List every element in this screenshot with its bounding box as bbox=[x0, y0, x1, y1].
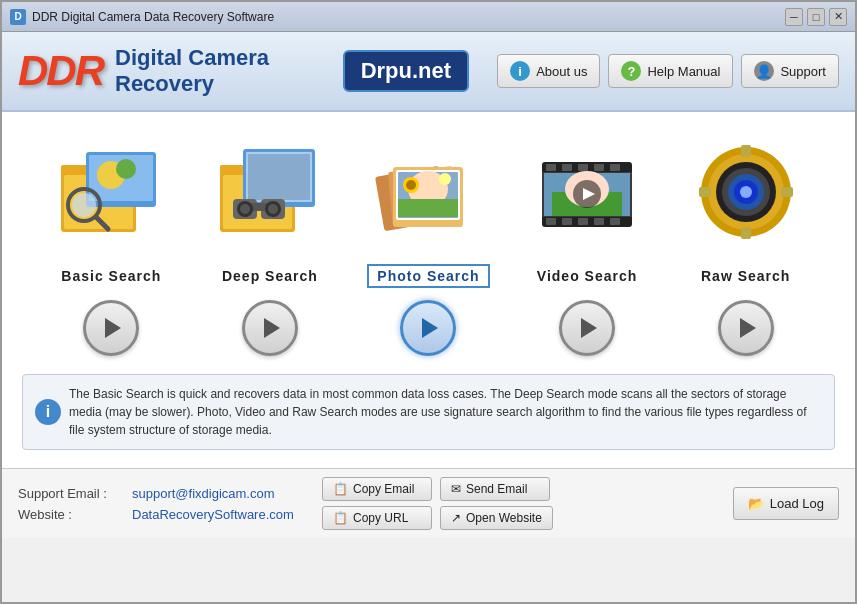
svg-point-6 bbox=[116, 159, 136, 179]
play-icon bbox=[581, 318, 597, 338]
info-icon: i bbox=[35, 399, 61, 425]
about-us-button[interactable]: i About us bbox=[497, 54, 600, 88]
photo-search-icon bbox=[373, 137, 483, 247]
raw-search-item[interactable]: Raw Search bbox=[676, 132, 816, 356]
raw-search-label: Raw Search bbox=[691, 264, 800, 288]
email-buttons-row: 📋 Copy Email ✉ Send Email bbox=[322, 477, 553, 501]
photo-search-play-button[interactable] bbox=[400, 300, 456, 356]
main-content: Basic Search bbox=[2, 112, 855, 468]
title-bar: D DDR Digital Camera Data Recovery Softw… bbox=[2, 2, 855, 32]
search-options: Basic Search bbox=[12, 132, 845, 356]
svg-rect-15 bbox=[248, 154, 310, 200]
raw-search-icon-area bbox=[686, 132, 806, 252]
support-email-link[interactable]: support@fixdigicam.com bbox=[132, 486, 302, 501]
copy-icon: 📋 bbox=[333, 482, 348, 496]
svg-rect-37 bbox=[578, 164, 588, 171]
support-icon: 👤 bbox=[754, 61, 774, 81]
footer-action-buttons: 📋 Copy Email ✉ Send Email 📋 Copy URL ↗ O… bbox=[322, 477, 553, 530]
video-search-icon bbox=[532, 137, 642, 247]
send-icon: ✉ bbox=[451, 482, 461, 496]
svg-rect-42 bbox=[578, 218, 588, 225]
footer-links: Support Email : support@fixdigicam.com W… bbox=[18, 486, 302, 522]
deep-search-icon-area bbox=[210, 132, 330, 252]
help-manual-button[interactable]: ? Help Manual bbox=[608, 54, 733, 88]
header: DDR Digital Camera Recovery Drpu.net i A… bbox=[2, 32, 855, 112]
basic-search-icon-area bbox=[51, 132, 171, 252]
website-row: Website : DataRecoverySoftware.com bbox=[18, 507, 302, 522]
help-icon: ? bbox=[621, 61, 641, 81]
play-icon bbox=[264, 318, 280, 338]
svg-point-56 bbox=[740, 186, 752, 198]
svg-point-32 bbox=[406, 180, 416, 190]
svg-point-30 bbox=[439, 173, 451, 185]
svg-rect-35 bbox=[546, 164, 556, 171]
svg-point-22 bbox=[268, 204, 278, 214]
video-search-label: Video Search bbox=[527, 264, 647, 288]
svg-rect-60 bbox=[741, 227, 751, 239]
support-email-label: Support Email : bbox=[18, 486, 128, 501]
logo-ddr: DDR bbox=[18, 47, 103, 95]
svg-rect-36 bbox=[562, 164, 572, 171]
load-log-icon: 📂 bbox=[748, 496, 764, 511]
send-email-button[interactable]: ✉ Send Email bbox=[440, 477, 550, 501]
minimize-button[interactable]: ─ bbox=[785, 8, 803, 26]
copy-email-button[interactable]: 📋 Copy Email bbox=[322, 477, 432, 501]
copy-url-icon: 📋 bbox=[333, 511, 348, 525]
svg-rect-57 bbox=[699, 187, 711, 197]
website-link[interactable]: DataRecoverySoftware.com bbox=[132, 507, 302, 522]
video-search-play-button[interactable] bbox=[559, 300, 615, 356]
header-right: Drpu.net i About us ? Help Manual 👤 Supp… bbox=[343, 50, 839, 92]
logo-text: Digital Camera Recovery bbox=[115, 45, 343, 97]
website-label: Website : bbox=[18, 507, 128, 522]
info-bar: i The Basic Search is quick and recovers… bbox=[22, 374, 835, 450]
photo-search-label: Photo Search bbox=[367, 264, 489, 288]
support-button[interactable]: 👤 Support bbox=[741, 54, 839, 88]
load-log-button[interactable]: 📂 Load Log bbox=[733, 487, 839, 520]
svg-rect-29 bbox=[398, 199, 458, 217]
copy-url-button[interactable]: 📋 Copy URL bbox=[322, 506, 432, 530]
play-icon bbox=[740, 318, 756, 338]
url-buttons-row: 📋 Copy URL ↗ Open Website bbox=[322, 506, 553, 530]
info-text: The Basic Search is quick and recovers d… bbox=[69, 387, 807, 437]
app-icon: D bbox=[10, 9, 26, 25]
photo-search-item[interactable]: Photo Search bbox=[358, 132, 498, 356]
deep-search-item[interactable]: Deep Search bbox=[200, 132, 340, 356]
svg-rect-43 bbox=[594, 218, 604, 225]
basic-search-item[interactable]: Basic Search bbox=[41, 132, 181, 356]
close-button[interactable]: ✕ bbox=[829, 8, 847, 26]
svg-rect-59 bbox=[741, 145, 751, 157]
basic-search-icon bbox=[56, 137, 166, 247]
deep-search-label: Deep Search bbox=[212, 264, 328, 288]
window-controls: ─ □ ✕ bbox=[785, 8, 847, 26]
basic-search-label: Basic Search bbox=[51, 264, 171, 288]
svg-rect-41 bbox=[562, 218, 572, 225]
svg-rect-38 bbox=[594, 164, 604, 171]
basic-search-play-button[interactable] bbox=[83, 300, 139, 356]
deep-search-play-button[interactable] bbox=[242, 300, 298, 356]
video-search-item[interactable]: Video Search bbox=[517, 132, 657, 356]
open-website-button[interactable]: ↗ Open Website bbox=[440, 506, 553, 530]
raw-search-play-button[interactable] bbox=[718, 300, 774, 356]
play-icon bbox=[422, 318, 438, 338]
support-email-row: Support Email : support@fixdigicam.com bbox=[18, 486, 302, 501]
drpu-badge[interactable]: Drpu.net bbox=[343, 50, 469, 92]
footer: Support Email : support@fixdigicam.com W… bbox=[2, 468, 855, 538]
photo-search-icon-area bbox=[368, 132, 488, 252]
svg-rect-44 bbox=[610, 218, 620, 225]
svg-rect-58 bbox=[781, 187, 793, 197]
svg-rect-40 bbox=[546, 218, 556, 225]
open-website-icon: ↗ bbox=[451, 511, 461, 525]
info-icon: i bbox=[510, 61, 530, 81]
svg-rect-39 bbox=[610, 164, 620, 171]
svg-point-8 bbox=[72, 193, 96, 217]
deep-search-icon bbox=[215, 137, 325, 247]
video-search-icon-area bbox=[527, 132, 647, 252]
svg-point-21 bbox=[240, 204, 250, 214]
maximize-button[interactable]: □ bbox=[807, 8, 825, 26]
raw-search-icon bbox=[691, 137, 801, 247]
title-bar-text: DDR Digital Camera Data Recovery Softwar… bbox=[32, 10, 785, 24]
play-icon bbox=[105, 318, 121, 338]
